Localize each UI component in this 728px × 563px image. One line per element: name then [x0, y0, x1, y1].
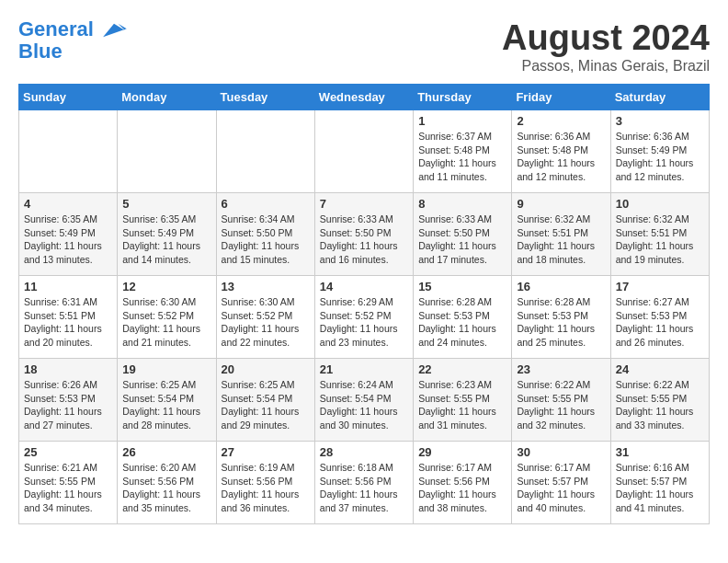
calendar-table: SundayMondayTuesdayWednesdayThursdayFrid…	[18, 84, 710, 524]
calendar-cell: 3Sunrise: 6:36 AM Sunset: 5:49 PM Daylig…	[610, 110, 709, 193]
page-header: General Blue August 2024 Passos, Minas G…	[18, 18, 710, 75]
day-info: Sunrise: 6:22 AM Sunset: 5:55 PM Dayligh…	[616, 378, 704, 432]
day-number: 2	[517, 114, 605, 128]
day-info: Sunrise: 6:35 AM Sunset: 5:49 PM Dayligh…	[122, 213, 210, 267]
calendar-cell: 8Sunrise: 6:33 AM Sunset: 5:50 PM Daylig…	[414, 193, 512, 276]
calendar-cell: 25Sunrise: 6:21 AM Sunset: 5:55 PM Dayli…	[19, 442, 118, 524]
weekday-header-saturday: Saturday	[610, 85, 709, 110]
day-info: Sunrise: 6:30 AM Sunset: 5:52 PM Dayligh…	[222, 295, 310, 350]
day-number: 5	[122, 197, 210, 211]
day-info: Sunrise: 6:19 AM Sunset: 5:56 PM Dayligh…	[222, 461, 310, 515]
calendar-week-1: 1Sunrise: 6:37 AM Sunset: 5:48 PM Daylig…	[19, 110, 710, 193]
day-number: 28	[320, 445, 408, 459]
weekday-header-wednesday: Wednesday	[314, 85, 413, 110]
day-info: Sunrise: 6:36 AM Sunset: 5:48 PM Dayligh…	[517, 130, 605, 184]
day-info: Sunrise: 6:17 AM Sunset: 5:56 PM Dayligh…	[418, 461, 506, 515]
calendar-cell: 21Sunrise: 6:24 AM Sunset: 5:54 PM Dayli…	[314, 359, 413, 442]
day-info: Sunrise: 6:24 AM Sunset: 5:54 PM Dayligh…	[320, 378, 408, 432]
calendar-cell: 15Sunrise: 6:28 AM Sunset: 5:53 PM Dayli…	[414, 276, 512, 359]
calendar-cell: 10Sunrise: 6:32 AM Sunset: 5:51 PM Dayli…	[610, 193, 709, 276]
day-number: 20	[222, 362, 310, 376]
day-info: Sunrise: 6:32 AM Sunset: 5:51 PM Dayligh…	[616, 213, 704, 267]
calendar-cell: 6Sunrise: 6:34 AM Sunset: 5:50 PM Daylig…	[216, 193, 314, 276]
day-info: Sunrise: 6:28 AM Sunset: 5:53 PM Dayligh…	[517, 295, 605, 350]
day-number: 12	[122, 280, 210, 293]
title-area: August 2024 Passos, Minas Gerais, Brazil	[502, 18, 710, 75]
day-number: 6	[222, 197, 310, 211]
day-info: Sunrise: 6:29 AM Sunset: 5:52 PM Dayligh…	[320, 295, 408, 350]
calendar-cell: 7Sunrise: 6:33 AM Sunset: 5:50 PM Daylig…	[314, 193, 413, 276]
calendar-cell: 27Sunrise: 6:19 AM Sunset: 5:56 PM Dayli…	[216, 442, 314, 524]
day-number: 3	[616, 114, 704, 128]
day-info: Sunrise: 6:16 AM Sunset: 5:57 PM Dayligh…	[616, 461, 704, 515]
calendar-cell: 2Sunrise: 6:36 AM Sunset: 5:48 PM Daylig…	[512, 110, 610, 193]
day-info: Sunrise: 6:33 AM Sunset: 5:50 PM Dayligh…	[418, 213, 506, 267]
calendar-cell: 16Sunrise: 6:28 AM Sunset: 5:53 PM Dayli…	[512, 276, 610, 359]
weekday-header-monday: Monday	[118, 85, 216, 110]
day-info: Sunrise: 6:27 AM Sunset: 5:53 PM Dayligh…	[616, 295, 704, 350]
day-info: Sunrise: 6:25 AM Sunset: 5:54 PM Dayligh…	[122, 378, 210, 432]
calendar-cell: 4Sunrise: 6:35 AM Sunset: 5:49 PM Daylig…	[19, 193, 118, 276]
calendar-cell: 30Sunrise: 6:17 AM Sunset: 5:57 PM Dayli…	[512, 442, 610, 524]
day-info: Sunrise: 6:23 AM Sunset: 5:55 PM Dayligh…	[418, 378, 506, 432]
calendar-week-2: 4Sunrise: 6:35 AM Sunset: 5:49 PM Daylig…	[19, 193, 710, 276]
calendar-cell: 22Sunrise: 6:23 AM Sunset: 5:55 PM Dayli…	[414, 359, 512, 442]
day-number: 11	[24, 280, 112, 293]
day-number: 15	[418, 280, 506, 293]
calendar-cell: 31Sunrise: 6:16 AM Sunset: 5:57 PM Dayli…	[610, 442, 709, 524]
day-number: 23	[517, 362, 605, 376]
weekday-header-thursday: Thursday	[414, 85, 512, 110]
calendar-cell: 23Sunrise: 6:22 AM Sunset: 5:55 PM Dayli…	[512, 359, 610, 442]
calendar-cell: 28Sunrise: 6:18 AM Sunset: 5:56 PM Dayli…	[314, 442, 413, 524]
day-number: 27	[222, 445, 310, 459]
day-info: Sunrise: 6:17 AM Sunset: 5:57 PM Dayligh…	[517, 461, 605, 515]
calendar-week-3: 11Sunrise: 6:31 AM Sunset: 5:51 PM Dayli…	[19, 276, 710, 359]
day-number: 19	[122, 362, 210, 376]
weekday-header-row: SundayMondayTuesdayWednesdayThursdayFrid…	[19, 85, 710, 110]
calendar-cell: 26Sunrise: 6:20 AM Sunset: 5:56 PM Dayli…	[118, 442, 216, 524]
calendar-week-4: 18Sunrise: 6:26 AM Sunset: 5:53 PM Dayli…	[19, 359, 710, 442]
calendar-cell: 9Sunrise: 6:32 AM Sunset: 5:51 PM Daylig…	[512, 193, 610, 276]
day-info: Sunrise: 6:25 AM Sunset: 5:54 PM Dayligh…	[222, 378, 310, 432]
day-number: 9	[517, 197, 605, 211]
day-number: 13	[222, 280, 310, 293]
day-number: 30	[517, 445, 605, 459]
day-number: 31	[616, 445, 704, 459]
svg-marker-0	[103, 24, 127, 38]
calendar-cell	[314, 110, 413, 193]
day-number: 24	[616, 362, 704, 376]
calendar-cell: 13Sunrise: 6:30 AM Sunset: 5:52 PM Dayli…	[216, 276, 314, 359]
calendar-cell	[19, 110, 118, 193]
day-info: Sunrise: 6:34 AM Sunset: 5:50 PM Dayligh…	[222, 213, 310, 267]
day-number: 14	[320, 280, 408, 293]
calendar-cell: 17Sunrise: 6:27 AM Sunset: 5:53 PM Dayli…	[610, 276, 709, 359]
calendar-cell	[118, 110, 216, 193]
day-info: Sunrise: 6:22 AM Sunset: 5:55 PM Dayligh…	[517, 378, 605, 432]
day-info: Sunrise: 6:30 AM Sunset: 5:52 PM Dayligh…	[122, 295, 210, 350]
day-number: 29	[418, 445, 506, 459]
logo-blue: Blue	[18, 40, 127, 63]
day-number: 21	[320, 362, 408, 376]
day-info: Sunrise: 6:37 AM Sunset: 5:48 PM Dayligh…	[418, 130, 506, 184]
calendar-cell: 12Sunrise: 6:30 AM Sunset: 5:52 PM Dayli…	[118, 276, 216, 359]
calendar-cell	[216, 110, 314, 193]
day-number: 25	[24, 445, 112, 459]
calendar-cell: 19Sunrise: 6:25 AM Sunset: 5:54 PM Dayli…	[118, 359, 216, 442]
calendar-cell: 14Sunrise: 6:29 AM Sunset: 5:52 PM Dayli…	[314, 276, 413, 359]
calendar-cell: 18Sunrise: 6:26 AM Sunset: 5:53 PM Dayli…	[19, 359, 118, 442]
day-info: Sunrise: 6:35 AM Sunset: 5:49 PM Dayligh…	[24, 213, 112, 267]
logo-text: General	[18, 18, 127, 40]
day-info: Sunrise: 6:21 AM Sunset: 5:55 PM Dayligh…	[24, 461, 112, 515]
calendar-cell: 5Sunrise: 6:35 AM Sunset: 5:49 PM Daylig…	[118, 193, 216, 276]
day-info: Sunrise: 6:28 AM Sunset: 5:53 PM Dayligh…	[418, 295, 506, 350]
calendar-title: August 2024	[502, 18, 710, 58]
logo: General Blue	[18, 18, 127, 63]
day-info: Sunrise: 6:20 AM Sunset: 5:56 PM Dayligh…	[122, 461, 210, 515]
weekday-header-sunday: Sunday	[19, 85, 118, 110]
day-number: 17	[616, 280, 704, 293]
day-number: 8	[418, 197, 506, 211]
day-info: Sunrise: 6:18 AM Sunset: 5:56 PM Dayligh…	[320, 461, 408, 515]
calendar-cell: 24Sunrise: 6:22 AM Sunset: 5:55 PM Dayli…	[610, 359, 709, 442]
day-number: 26	[122, 445, 210, 459]
day-number: 16	[517, 280, 605, 293]
